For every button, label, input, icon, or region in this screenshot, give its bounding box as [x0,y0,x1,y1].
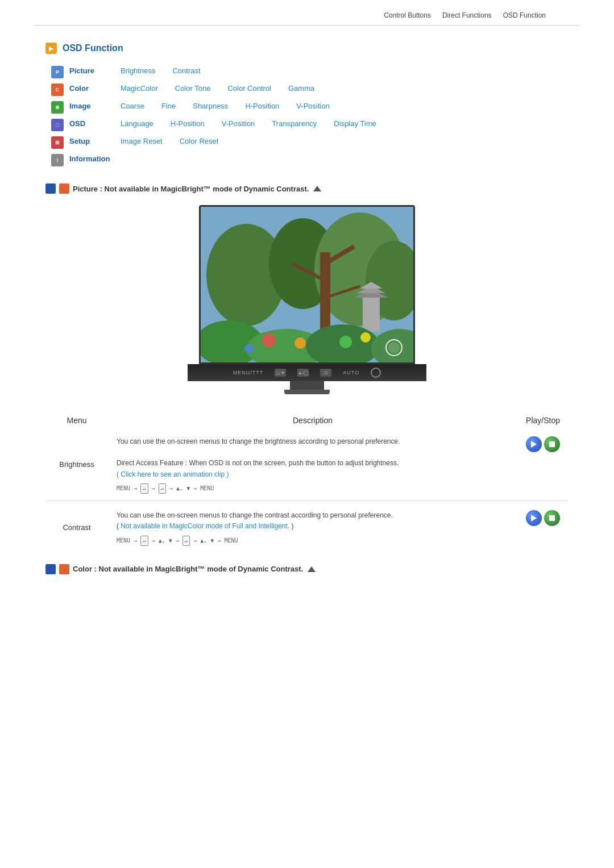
col-header-menu: Menu [45,411,108,429]
play-icon [531,441,537,448]
display-time-link[interactable]: Display Time [334,118,376,130]
color-section-title: Color : Not available in MagicBright™ mo… [73,565,303,573]
bezzel-btn-2[interactable]: ▲/◯ [297,369,309,377]
color-tone-link[interactable]: Color Tone [175,83,211,95]
svg-point-17 [262,333,276,347]
description-table: Menu Description Play/Stop Brightness Yo… [45,411,569,553]
picture-icon: P [51,66,64,78]
brightness-play-buttons [526,436,560,452]
color-items: MagicColor Color Tone Color Control Gamm… [121,83,314,95]
menu-row-information: i Information [51,153,569,166]
coarse-link[interactable]: Coarse [121,101,144,112]
svg-marker-26 [531,515,537,521]
language-link[interactable]: Language [121,118,154,130]
picture-items: Brightness Contrast [121,65,201,77]
contrast-description: You can use the on-screen menus to chang… [108,501,517,553]
menu-row-osd: □ OSD Language H-Position V-Position Tra… [51,118,569,131]
brightness-play-btn[interactable] [526,436,542,452]
h-position-osd-link[interactable]: H-Position [171,118,205,130]
svg-rect-9 [363,298,380,332]
information-icon: i [51,154,64,166]
h-position-image-link[interactable]: H-Position [245,101,279,112]
magiccolor-link[interactable]: MagicColor [121,83,158,95]
brightness-desc-2: Direct Access Feature : When OSD is not … [117,458,509,469]
contrast-desc-1: You can use the on-screen menus to chang… [117,510,509,521]
brightness-row: Brightness You can use the on-screen men… [45,429,569,501]
contrast-link[interactable]: Contrast [172,65,200,77]
bezzel-auto-text: AUTO [343,370,359,375]
brightness-menu-path: MENU → ↵ → ↵ → ▲, ▼ → MENU [117,483,509,494]
transparency-link[interactable]: Transparency [272,118,317,130]
picture-label[interactable]: Picture [69,65,121,77]
contrast-row: Contrast You can use the on-screen menus… [45,501,569,553]
svg-marker-24 [531,441,537,448]
contrast-stop-btn[interactable] [544,510,560,526]
color-reset-link[interactable]: Color Reset [180,136,219,148]
brightness-stop-btn[interactable] [544,436,560,452]
bezzel-menu-text: MENU/TTT [233,370,264,375]
color-label[interactable]: Color [69,83,121,95]
color-control-link[interactable]: Color Control [227,83,271,95]
svg-rect-25 [549,441,555,447]
bezzel-btn-1[interactable]: △/▼ [275,369,286,377]
picture-collapse-toggle[interactable] [313,186,321,191]
image-reset-link[interactable]: Image Reset [121,136,163,148]
osd-function-header: ▶ OSD Function [45,43,569,54]
bezzel-btn-1-label: △/▼ [276,370,285,375]
gamma-link[interactable]: Gamma [288,83,314,95]
svg-point-23 [388,342,400,353]
picture-section-orange-icon [59,183,69,194]
monitor-bezzel: MENU/TTT △/▼ ▲/◯ ⊡ AUTO [188,364,426,381]
nav-direct-functions[interactable]: Direct Functions [442,11,492,19]
monitor-display: MENU/TTT △/▼ ▲/◯ ⊡ AUTO [45,205,569,394]
nav-osd-function[interactable]: OSD Function [503,11,546,19]
osd-title: OSD Function [63,43,123,53]
setup-label[interactable]: Setup [69,136,121,148]
contrast-play-buttons [526,510,560,526]
menu-row-image: ⊕ Image Coarse Fine Sharpness H-Position… [51,101,569,114]
contrast-desc-2: ( Not available in MagicColor mode of Fu… [117,521,509,532]
top-navigation: Control Buttons Direct Functions OSD Fun… [34,0,580,26]
setup-icon: ⊞ [51,136,64,149]
bezzel-btn-3-label: ⊡ [324,370,328,375]
sharpness-link[interactable]: Sharpness [193,101,228,112]
color-icon: C [51,84,64,96]
v-position-osd-link[interactable]: V-Position [222,118,255,130]
osd-header-icon: ▶ [45,43,57,54]
color-section-blue-icon [45,564,56,574]
svg-point-21 [244,344,254,353]
image-icon: ⊕ [51,101,64,114]
menu-row-setup: ⊞ Setup Image Reset Color Reset [51,136,569,149]
v-position-image-link[interactable]: V-Position [296,101,330,112]
brightness-desc-1: You can use the on-screen menus to chang… [117,436,509,447]
play-icon-2 [531,515,537,521]
fine-link[interactable]: Fine [161,101,176,112]
nav-control-buttons[interactable]: Control Buttons [384,11,431,19]
color-collapse-toggle[interactable] [308,566,316,572]
bezzel-power-circle[interactable] [371,368,381,378]
contrast-magiccolor-link[interactable]: Not available in MagicColor mode of Full… [121,522,289,530]
osd-icon: □ [51,119,64,131]
monitor-stand-top [290,381,324,390]
contrast-menu-path: MENU → ↵ → ▲, ▼ → ↵ → ▲, ▼ → MENU [117,536,509,546]
brightness-link[interactable]: Brightness [121,65,155,77]
monitor-stand-base [284,390,330,394]
color-section-header: Color : Not available in MagicBright™ mo… [45,564,569,574]
contrast-play-btn[interactable] [526,510,542,526]
brightness-animation-link[interactable]: ( Click here to see an animation clip ) [117,469,509,480]
stop-icon [549,441,555,447]
svg-point-19 [339,336,352,348]
svg-point-18 [294,337,306,349]
bezzel-btn-3[interactable]: ⊡ [320,369,331,377]
contrast-play-stop [517,501,569,553]
col-header-playstop: Play/Stop [517,411,569,429]
contrast-menu-name: Contrast [45,501,108,553]
image-label[interactable]: Image [69,101,121,112]
monitor-screen [199,205,415,364]
image-items: Coarse Fine Sharpness H-Position V-Posit… [121,101,330,112]
color-section-orange-icon [59,564,69,574]
svg-rect-27 [549,515,555,521]
information-label[interactable]: Information [69,153,121,165]
osd-label[interactable]: OSD [69,118,121,130]
menu-row-picture: P Picture Brightness Contrast [51,65,569,78]
